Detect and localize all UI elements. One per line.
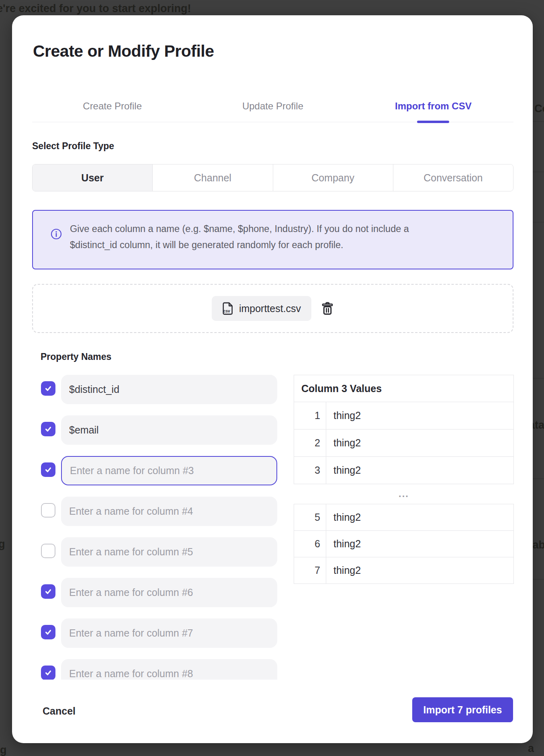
background-row-line bbox=[533, 172, 544, 172]
table-ellipsis: ... bbox=[294, 488, 514, 499]
background-row-line bbox=[533, 479, 544, 479]
profile-type-user[interactable]: User bbox=[33, 164, 152, 191]
profile-type-conversation[interactable]: Conversation bbox=[393, 164, 513, 191]
property-input-6[interactable] bbox=[61, 578, 277, 607]
profile-type-selector: User Channel Company Conversation bbox=[32, 164, 513, 191]
tab-label: Import from CSV bbox=[395, 101, 472, 112]
dialog-title: Create or Modify Profile bbox=[33, 42, 214, 61]
table-row: 7 thing2 bbox=[294, 557, 513, 583]
trash-icon bbox=[321, 301, 334, 316]
property-checkbox-4[interactable] bbox=[41, 503, 55, 518]
check-icon bbox=[44, 466, 52, 474]
table-row: 2 thing2 bbox=[294, 429, 513, 456]
row-value: thing2 bbox=[326, 402, 513, 429]
row-index: 3 bbox=[294, 457, 326, 484]
property-checkbox-5[interactable] bbox=[41, 544, 55, 558]
column-values-header: Column 3 Values bbox=[294, 375, 513, 402]
profile-type-company[interactable]: Company bbox=[273, 164, 393, 191]
property-checkbox-7[interactable] bbox=[41, 625, 55, 639]
profile-type-channel[interactable]: Channel bbox=[152, 164, 272, 191]
property-rows bbox=[32, 375, 289, 680]
row-value: thing2 bbox=[326, 531, 513, 557]
csv-dropzone[interactable]: csv importtest.csv bbox=[32, 284, 513, 333]
remove-file-button[interactable] bbox=[321, 301, 334, 316]
property-row-6 bbox=[32, 578, 289, 607]
background-fragment: Co bbox=[534, 103, 544, 115]
svg-text:csv: csv bbox=[223, 309, 230, 313]
background-row-line bbox=[533, 378, 544, 378]
check-icon bbox=[44, 588, 52, 596]
check-icon bbox=[44, 384, 52, 392]
property-input-7[interactable] bbox=[61, 618, 277, 648]
check-icon bbox=[44, 425, 52, 433]
property-checkbox-6[interactable] bbox=[41, 584, 55, 599]
property-row-1 bbox=[32, 375, 289, 404]
row-index: 1 bbox=[294, 402, 326, 429]
select-profile-type-label: Select Profile Type bbox=[32, 141, 114, 152]
uploaded-file-name: importtest.csv bbox=[239, 303, 301, 314]
property-row-3 bbox=[32, 456, 289, 485]
property-row-2 bbox=[32, 415, 289, 445]
property-checkbox-3[interactable] bbox=[41, 462, 55, 477]
property-row-8 bbox=[32, 659, 289, 680]
row-index: 6 bbox=[294, 531, 326, 557]
create-or-modify-profile-dialog: Create or Modify Profile Create Profile … bbox=[12, 15, 533, 743]
tab-import-from-csv[interactable]: Import from CSV bbox=[353, 90, 513, 122]
row-index: 2 bbox=[294, 429, 326, 456]
check-icon bbox=[44, 669, 52, 677]
background-row-line bbox=[533, 121, 544, 122]
info-icon bbox=[51, 228, 62, 240]
tab-create-profile[interactable]: Create Profile bbox=[32, 90, 192, 122]
cancel-button[interactable]: Cancel bbox=[43, 705, 76, 717]
table-row: 1 thing2 bbox=[294, 402, 513, 429]
property-input-4[interactable] bbox=[61, 497, 277, 526]
check-icon bbox=[44, 628, 52, 636]
property-input-1[interactable] bbox=[61, 375, 277, 404]
dialog-tabs: Create Profile Update Profile Import fro… bbox=[32, 90, 513, 122]
property-row-5 bbox=[32, 537, 289, 567]
row-value: thing2 bbox=[326, 557, 513, 583]
import-profiles-button[interactable]: Import 7 profiles bbox=[412, 697, 513, 722]
row-index: 7 bbox=[294, 557, 326, 583]
property-input-2[interactable] bbox=[61, 415, 277, 445]
tab-update-profile[interactable]: Update Profile bbox=[192, 90, 353, 122]
row-value: thing2 bbox=[326, 457, 513, 484]
background-row-line bbox=[533, 222, 544, 222]
property-checkbox-8[interactable] bbox=[41, 666, 55, 680]
property-input-5[interactable] bbox=[61, 537, 277, 567]
active-tab-underline bbox=[417, 121, 449, 123]
column-values-table-top: Column 3 Values 1 thing2 2 thing2 3 thin… bbox=[294, 375, 514, 484]
property-checkbox-1[interactable] bbox=[41, 381, 55, 396]
property-input-3[interactable] bbox=[61, 456, 277, 485]
property-checkbox-2[interactable] bbox=[41, 422, 55, 436]
background-page-text: e're excited for you to start exploring! bbox=[0, 2, 191, 15]
property-row-4 bbox=[32, 497, 289, 526]
property-row-7 bbox=[32, 618, 289, 648]
row-value: thing2 bbox=[326, 504, 513, 530]
property-names-label: Property Names bbox=[41, 351, 111, 362]
background-fragment: a bbox=[528, 742, 534, 755]
background-fragment: g bbox=[0, 744, 7, 756]
row-value: thing2 bbox=[326, 429, 513, 456]
column-values-table-bottom: 5 thing2 6 thing2 7 thing2 bbox=[294, 504, 514, 584]
info-banner-text: Give each column a name (e.g. $name, $ph… bbox=[70, 221, 450, 253]
row-index: 5 bbox=[294, 504, 326, 530]
info-banner: Give each column a name (e.g. $name, $ph… bbox=[32, 210, 513, 269]
background-row-line bbox=[533, 579, 544, 579]
property-input-8[interactable] bbox=[61, 659, 277, 680]
table-row: 3 thing2 bbox=[294, 456, 513, 484]
table-row: 5 thing2 bbox=[294, 504, 513, 530]
uploaded-file-chip[interactable]: csv importtest.csv bbox=[212, 296, 311, 321]
background-fragment: g bbox=[0, 538, 5, 551]
table-row: 6 thing2 bbox=[294, 530, 513, 557]
csv-file-icon: csv bbox=[222, 302, 233, 315]
